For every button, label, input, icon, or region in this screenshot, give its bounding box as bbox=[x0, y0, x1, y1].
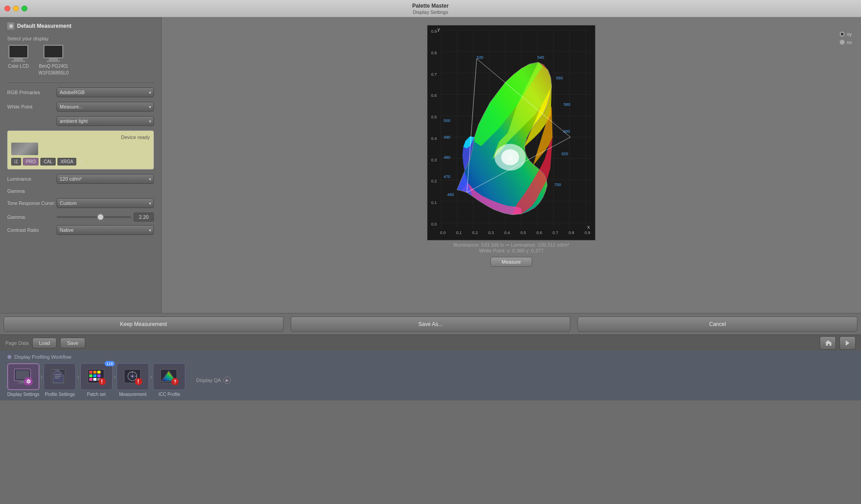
svg-text:0.1: 0.1 bbox=[456, 230, 462, 235]
close-button[interactable] bbox=[4, 6, 10, 12]
step-label-icc-profile: ICC Profile bbox=[158, 392, 180, 397]
measure-button[interactable]: Measure bbox=[490, 257, 532, 267]
uv-radio[interactable] bbox=[839, 39, 845, 45]
gamma-slider[interactable] bbox=[57, 216, 131, 218]
maximize-button[interactable] bbox=[22, 6, 27, 12]
ambient-light-select[interactable]: ambient light bbox=[57, 116, 154, 126]
svg-text:!: ! bbox=[137, 378, 139, 385]
display-name-benq-line2: W1F03689SL0 bbox=[39, 70, 69, 75]
gamma-section-label: Gamma bbox=[7, 188, 57, 194]
device-status-label: Device ready bbox=[11, 135, 150, 140]
workflow-steps: ⚙ Display Settings › Profile Settings › bbox=[7, 363, 854, 397]
tone-curve-select[interactable]: Custom sRGB L* 1.8 2.2 bbox=[57, 198, 154, 208]
display-name-benq-line1: BenQ PG2401 bbox=[39, 64, 68, 69]
step-icon-patch-set[interactable]: 118 ! bbox=[80, 363, 113, 390]
device-tag-pro: PRO bbox=[23, 158, 39, 165]
uv-radio-row[interactable]: uv bbox=[839, 39, 852, 45]
profile-settings-icon bbox=[49, 368, 70, 385]
display-option-color-lcd[interactable]: Color LCD bbox=[7, 45, 30, 75]
device-tag-xrga: XRGA bbox=[57, 158, 76, 165]
bottom-buttons-bar: Keep Measurement Save As... Cancel bbox=[0, 313, 861, 335]
svg-text:?: ? bbox=[174, 379, 176, 384]
svg-text:⚙: ⚙ bbox=[26, 378, 31, 385]
device-icon-row bbox=[11, 143, 150, 155]
svg-text:620: 620 bbox=[561, 152, 568, 156]
patch-set-badge: 118 bbox=[105, 361, 115, 366]
white-point-text: White Point: x: 0.360 y: 0.377 bbox=[454, 248, 569, 253]
xy-radio-row[interactable]: xy bbox=[839, 31, 852, 37]
xy-radio[interactable] bbox=[839, 31, 845, 37]
svg-rect-86 bbox=[89, 374, 92, 377]
svg-text:x: x bbox=[587, 224, 590, 230]
keep-measurement-button[interactable]: Keep Measurement bbox=[4, 317, 284, 332]
svg-text:0.4: 0.4 bbox=[431, 136, 437, 141]
tone-curve-select-wrapper: Custom sRGB L* 1.8 2.2 bbox=[57, 198, 154, 208]
display-settings-icon: ⚙ bbox=[13, 368, 34, 385]
gamma-value-box: 2.20 bbox=[134, 213, 154, 222]
luminance-select[interactable]: 120 cd/m² 80 cd/m² Native bbox=[57, 174, 154, 184]
svg-text:520: 520 bbox=[476, 55, 483, 60]
svg-rect-85 bbox=[97, 371, 101, 374]
svg-text:0.0: 0.0 bbox=[440, 230, 446, 235]
main-area: ⚙ Default Measurement Select your displa… bbox=[0, 17, 861, 313]
svg-marker-77 bbox=[53, 372, 64, 383]
illuminance-text: Illuminance: 533.166 lx ⇒ Luminance: 109… bbox=[454, 242, 569, 248]
cancel-button[interactable]: Cancel bbox=[577, 317, 857, 332]
contrast-ratio-select[interactable]: Native 100:1 200:1 300:1 500:1 bbox=[57, 225, 154, 235]
svg-rect-87 bbox=[93, 374, 96, 377]
workflow-step-display-settings[interactable]: ⚙ Display Settings bbox=[7, 363, 39, 397]
home-button[interactable] bbox=[820, 336, 836, 350]
svg-rect-84 bbox=[93, 371, 96, 374]
monitor-base-benq bbox=[47, 61, 60, 62]
save-button[interactable]: Save bbox=[60, 338, 85, 348]
next-button[interactable] bbox=[839, 336, 856, 350]
device-image bbox=[11, 143, 38, 155]
svg-text:0.5: 0.5 bbox=[431, 115, 437, 119]
display-name-color-lcd: Color LCD bbox=[8, 64, 29, 69]
monitor-icon-benq bbox=[42, 45, 65, 62]
step-icon-measurement[interactable]: ! bbox=[117, 363, 149, 390]
svg-text:0.3: 0.3 bbox=[431, 158, 437, 162]
contrast-ratio-label: Contrast Ratio bbox=[7, 227, 57, 233]
svg-text:0.6: 0.6 bbox=[431, 93, 437, 98]
workflow-header: Display Profiling Workflow bbox=[7, 354, 854, 360]
step-label-display-settings: Display Settings bbox=[7, 392, 39, 397]
workflow-step-patch-set[interactable]: 118 ! Patch set bbox=[80, 363, 113, 397]
minimize-button[interactable] bbox=[13, 6, 19, 12]
luminance-select-wrapper: 120 cd/m² 80 cd/m² Native bbox=[57, 174, 154, 184]
xy-uv-selector: xy uv bbox=[839, 31, 852, 45]
rgb-primaries-select[interactable]: AdobeRGB sRGB Custom bbox=[57, 87, 154, 97]
step-arrow-1: › bbox=[40, 373, 43, 388]
workflow-step-profile-settings[interactable]: Profile Settings bbox=[44, 363, 76, 397]
white-point-row: White Point Measure... D50 D65 Native bbox=[7, 102, 154, 112]
cie-chart: 0.9 0.8 0.7 0.6 0.5 0.4 0.3 0.2 0.1 0.0 … bbox=[427, 25, 595, 240]
contrast-ratio-select-wrapper: Native 100:1 200:1 300:1 500:1 bbox=[57, 225, 154, 235]
rgb-primaries-row: RGB Primaries AdobeRGB sRGB Custom bbox=[7, 87, 154, 97]
panel-title-text: Default Measurement bbox=[17, 23, 71, 29]
home-icon bbox=[824, 339, 831, 347]
measurement-icon: ! bbox=[122, 368, 143, 385]
workflow-step-measurement[interactable]: ! Measurement bbox=[117, 363, 149, 397]
step-label-profile-settings: Profile Settings bbox=[45, 392, 75, 397]
step-icon-display-settings[interactable]: ⚙ bbox=[7, 363, 39, 390]
save-as-button[interactable]: Save As... bbox=[291, 317, 571, 332]
display-qa-label: Display QA bbox=[196, 378, 221, 383]
chart-info: Illuminance: 533.166 lx ⇒ Luminance: 109… bbox=[454, 242, 569, 253]
step-icon-icc-profile[interactable]: ? bbox=[153, 363, 185, 390]
workflow-step-icc-profile[interactable]: ? ICC Profile bbox=[153, 363, 185, 397]
white-point-select[interactable]: Measure... D50 D65 Native bbox=[57, 102, 154, 112]
device-tag-extra: | bbox=[78, 158, 85, 165]
window-subtitle: Display Settings bbox=[413, 9, 448, 15]
white-point-select-wrapper: Measure... D50 D65 Native bbox=[57, 102, 154, 112]
divider-1 bbox=[7, 83, 154, 83]
titlebar: Palette Master Display Settings bbox=[0, 0, 861, 17]
monitor-screen-benq bbox=[44, 45, 63, 58]
load-button[interactable]: Load bbox=[32, 338, 57, 348]
svg-text:0.8: 0.8 bbox=[568, 230, 574, 235]
workflow-dot bbox=[7, 355, 12, 359]
ambient-light-select-wrapper: ambient light bbox=[57, 116, 154, 126]
chart-area: xy uv 0.9 0.8 0.7 0.6 0.5 0.4 0.3 0.2 0.… bbox=[162, 17, 861, 313]
display-qa-icon[interactable]: ▶ bbox=[223, 377, 231, 384]
display-option-benq[interactable]: BenQ PG2401 W1F03689SL0 bbox=[39, 45, 69, 75]
step-icon-profile-settings[interactable] bbox=[44, 363, 76, 390]
